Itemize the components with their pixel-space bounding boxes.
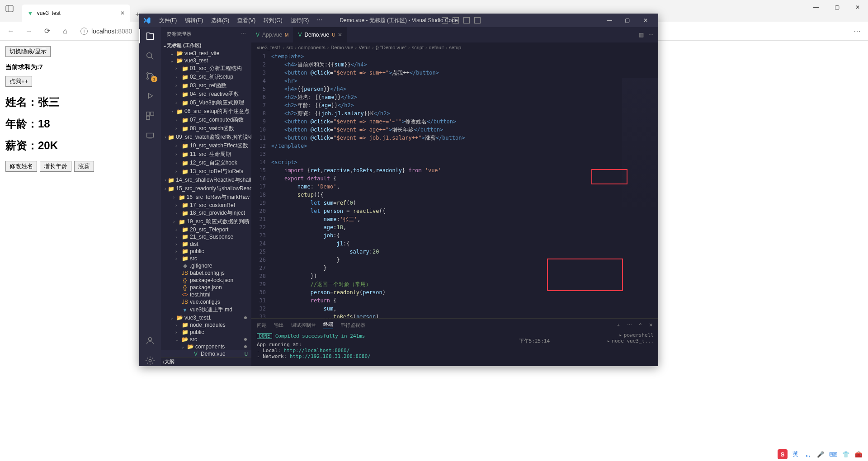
tree-item[interactable]: JSvue.config.js	[161, 298, 251, 306]
tree-item[interactable]: ⌄📂vue3_test	[161, 57, 251, 64]
ime-punct-icon[interactable]: ｡,	[803, 449, 813, 459]
breadcrumb-item[interactable]: components	[298, 45, 326, 50]
breadcrumb[interactable]: vue3_test1›src›components›Demo.vue›Vetur…	[251, 42, 658, 52]
tree-item[interactable]: ›📁11_src_生命周期	[161, 150, 251, 159]
tree-item[interactable]: ›📁src	[161, 255, 251, 262]
panel-tab[interactable]: 终端	[323, 321, 333, 329]
ime-skin-icon[interactable]: 👕	[841, 449, 851, 459]
more-menu-icon[interactable]: ⋯	[850, 24, 864, 38]
account-icon[interactable]	[145, 335, 156, 346]
editor-tab[interactable]: VDemo.vueU✕	[293, 27, 347, 42]
source-control-icon[interactable]: 1	[145, 71, 156, 81]
minimap[interactable]	[622, 78, 658, 213]
tree-item[interactable]: JSbabel.config.js	[161, 269, 251, 277]
panel-maximize-icon[interactable]: ^	[639, 322, 642, 328]
tree-item[interactable]: VDemo.vueU	[161, 350, 251, 357]
tree-item[interactable]: ›📁09_src_watch监视ref数据的说明	[161, 133, 251, 141]
tree-item[interactable]: ›📁12_src_自定义hook	[161, 159, 251, 167]
tree-item[interactable]: ›📁public	[161, 248, 251, 255]
increase-age-button[interactable]: 增长年龄	[40, 161, 71, 172]
layout-icon[interactable]	[474, 17, 481, 24]
network-url[interactable]: http://192.168.31.208:8080/	[290, 353, 371, 359]
tree-item[interactable]: ›📁10_src_watchEffect函数	[161, 141, 251, 150]
tree-item[interactable]: ▼vue3快速上手.md	[161, 306, 251, 314]
ime-voice-icon[interactable]: 🎤	[816, 449, 826, 459]
tree-item[interactable]: ›📁16_src_toRaw与markRaw	[161, 193, 251, 202]
tab-more-icon[interactable]: ⋯	[648, 32, 654, 38]
panel-tab[interactable]: 串行监视器	[340, 322, 365, 329]
tree-item[interactable]: ›📁17_src_customRef	[161, 202, 251, 209]
ime-sogou-icon[interactable]: S	[778, 449, 788, 459]
file-tree[interactable]: ⌄📂vue3_test_vite⌄📂vue3_test›📁01_src_分析工程…	[161, 50, 251, 357]
breadcrumb-item[interactable]: default	[429, 45, 444, 50]
breadcrumb-item[interactable]: Vetur	[359, 45, 370, 50]
ime-lang-icon[interactable]: 英	[790, 449, 800, 459]
window-maximize-icon[interactable]: ▢	[826, 0, 847, 14]
ime-toolbox-icon[interactable]: 🧰	[854, 449, 863, 459]
tree-item[interactable]: ›📁dist	[161, 240, 251, 248]
tree-item[interactable]: <>test.html	[161, 291, 251, 298]
layout-icon[interactable]	[463, 17, 470, 24]
explorer-icon[interactable]	[145, 31, 156, 42]
tree-item[interactable]: ›📁02_src_初识setup	[161, 73, 251, 81]
site-info-icon[interactable]: i	[80, 28, 88, 35]
vscode-maximize-icon[interactable]: ▢	[618, 14, 637, 27]
menu-file[interactable]: 文件(F)	[156, 15, 180, 26]
tree-item[interactable]: {}package.json	[161, 284, 251, 291]
tree-item[interactable]: ›📁07_src_computed函数	[161, 116, 251, 124]
terminal-shell-powershell[interactable]: ▸ powershell	[607, 332, 654, 338]
extensions-icon[interactable]	[145, 110, 156, 121]
local-url[interactable]: http://localhost:8080/	[284, 348, 350, 353]
remote-icon[interactable]	[145, 130, 156, 141]
tab-close-icon[interactable]: ✕	[338, 32, 342, 38]
raise-salary-button[interactable]: 涨薪	[74, 161, 94, 172]
settings-icon[interactable]	[145, 355, 156, 366]
tree-item[interactable]: ⌄📂src	[161, 336, 251, 343]
tree-item[interactable]: ›📁08_src_watch函数	[161, 124, 251, 133]
outline-section[interactable]: 大纲	[165, 358, 175, 365]
window-close-icon[interactable]: ✕	[847, 0, 868, 14]
ime-toolbar[interactable]: S 英 ｡, 🎤 ⌨ 👕 🧰	[778, 449, 863, 459]
tree-item[interactable]: ⌄📂vue3_test_vite	[161, 50, 251, 57]
tree-item[interactable]: ›📁13_src_toRef与toRefs	[161, 167, 251, 176]
menu-goto[interactable]: 转到(G)	[260, 15, 286, 26]
breadcrumb-item[interactable]: setup	[449, 45, 461, 50]
tree-item[interactable]: ›📁18_src_provide与inject	[161, 209, 251, 217]
ime-keyboard-icon[interactable]: ⌨	[828, 449, 838, 459]
breadcrumb-item[interactable]: {} "Demo.vue"	[376, 45, 406, 50]
tree-item[interactable]: ›📁19_src_响应式数据的判断	[161, 217, 251, 226]
tree-item[interactable]: ›📁node_modules	[161, 321, 251, 329]
back-button[interactable]: ←	[4, 24, 18, 38]
debug-icon[interactable]	[145, 90, 156, 101]
panel-tab[interactable]: 输出	[274, 322, 284, 329]
menu-more-icon[interactable]: ⋯	[313, 15, 326, 26]
panel-add-icon[interactable]: +	[617, 322, 619, 328]
code-editor[interactable]: 1234567891011121314151617181920212223242…	[251, 52, 658, 318]
vscode-minimize-icon[interactable]: —	[600, 14, 618, 27]
tree-item[interactable]: ›📁21_src_Suspense	[161, 233, 251, 240]
breadcrumb-item[interactable]: vue3_test1	[257, 45, 281, 50]
panel-more-icon[interactable]: ⋯	[627, 322, 632, 328]
breadcrumb-item[interactable]: script	[412, 45, 424, 50]
browser-tab[interactable]: ▼ vue3_test ✕	[22, 5, 130, 22]
split-editor-icon[interactable]: ▥	[639, 32, 644, 38]
refresh-button[interactable]: ⟳	[40, 24, 54, 38]
tree-item[interactable]: ⌄📂components	[161, 343, 251, 350]
editor-tab[interactable]: VApp.vueM	[251, 27, 293, 42]
menu-select[interactable]: 选择(S)	[208, 15, 233, 26]
toggle-visibility-button[interactable]: 切换隐藏/显示	[5, 46, 51, 57]
menu-edit[interactable]: 编辑(E)	[181, 15, 207, 26]
menu-run[interactable]: 运行(R)	[287, 15, 313, 26]
terminal-shell-node[interactable]: ▸ node vue3_t...	[607, 338, 654, 344]
panel-close-icon[interactable]: ✕	[649, 322, 653, 328]
workspace-label[interactable]: 无标题 (工作区)	[167, 42, 201, 49]
panel-tab[interactable]: 问题	[257, 322, 267, 329]
sidebar-toggle-icon[interactable]	[5, 5, 14, 13]
tree-item[interactable]: {}package-lock.json	[161, 277, 251, 284]
tree-item[interactable]: ›📁01_src_分析工程结构	[161, 64, 251, 73]
menu-view[interactable]: 查看(V)	[234, 15, 259, 26]
tree-item[interactable]: ›📁03_src_ref函数	[161, 81, 251, 90]
tree-item[interactable]: ⌄📂vue3_test1	[161, 314, 251, 321]
tree-item[interactable]: ›📁05_Vue3的响应式原理	[161, 99, 251, 107]
terminal-content[interactable]: DONE Compiled successfully in 241ms App …	[251, 331, 658, 366]
